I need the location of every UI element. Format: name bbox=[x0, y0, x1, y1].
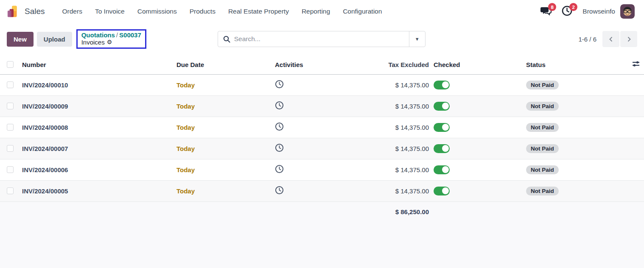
messages-button[interactable]: 8 bbox=[540, 5, 553, 18]
pager-next-button[interactable] bbox=[620, 31, 637, 47]
status-cell[interactable]: Not Paid bbox=[526, 117, 628, 138]
activity-clock-icon[interactable] bbox=[275, 165, 284, 173]
activity-cell[interactable] bbox=[270, 74, 326, 95]
activity-clock-icon[interactable] bbox=[275, 80, 284, 89]
amount-cell[interactable]: $ 14,375.00 bbox=[326, 180, 429, 201]
user-menu[interactable]: Browseinfo bbox=[582, 4, 635, 19]
header-number[interactable]: Number bbox=[17, 55, 171, 74]
checked-toggle[interactable] bbox=[434, 123, 450, 132]
invoice-number[interactable]: INV/2024/00008 bbox=[17, 117, 171, 138]
menu-real-estate-property[interactable]: Real Estate Property bbox=[222, 4, 295, 19]
activity-cell[interactable] bbox=[270, 117, 326, 138]
amount-cell[interactable]: $ 14,375.00 bbox=[326, 138, 429, 159]
activity-clock-icon[interactable] bbox=[275, 122, 284, 131]
menu-orders[interactable]: Orders bbox=[56, 4, 89, 19]
activity-clock-icon[interactable] bbox=[275, 101, 284, 110]
due-date[interactable]: Today bbox=[171, 117, 270, 138]
menu-reporting[interactable]: Reporting bbox=[295, 4, 336, 19]
invoice-number[interactable]: INV/2024/00007 bbox=[17, 138, 171, 159]
main-menu: Orders To Invoice Commissions Products R… bbox=[56, 4, 389, 19]
checked-cell[interactable] bbox=[429, 138, 526, 159]
menu-products[interactable]: Products bbox=[183, 4, 222, 19]
sales-app-icon bbox=[7, 5, 20, 18]
activity-clock-icon[interactable] bbox=[275, 143, 284, 152]
checked-cell[interactable] bbox=[429, 117, 526, 138]
gear-icon[interactable]: ⚙ bbox=[107, 39, 112, 46]
pager-previous-button[interactable] bbox=[602, 31, 619, 47]
checked-cell[interactable] bbox=[429, 74, 526, 95]
row-checkbox[interactable] bbox=[7, 103, 14, 109]
due-date[interactable]: Today bbox=[171, 138, 270, 159]
invoice-number[interactable]: INV/2024/00005 bbox=[17, 180, 171, 201]
search-dropdown-toggle[interactable]: ▼ bbox=[409, 31, 425, 47]
list-total-row: $ 86,250.00 bbox=[0, 201, 644, 222]
checked-cell[interactable] bbox=[429, 180, 526, 201]
menu-to-invoice[interactable]: To Invoice bbox=[89, 4, 131, 19]
menu-configuration[interactable]: Configuration bbox=[336, 4, 388, 19]
status-badge: Not Paid bbox=[526, 187, 559, 195]
activity-clock-icon[interactable] bbox=[275, 186, 284, 195]
due-date[interactable]: Today bbox=[171, 74, 270, 95]
due-date[interactable]: Today bbox=[171, 95, 270, 117]
invoice-row[interactable]: INV/2024/00009 Today $ 14,375.00 Not Pai… bbox=[0, 95, 644, 117]
invoice-row[interactable]: INV/2024/00007 Today $ 14,375.00 Not Pai… bbox=[0, 138, 644, 159]
menu-commissions[interactable]: Commissions bbox=[131, 4, 183, 19]
search-input[interactable] bbox=[234, 35, 404, 43]
status-cell[interactable]: Not Paid bbox=[526, 95, 628, 117]
header-tax-excluded[interactable]: Tax Excluded bbox=[326, 55, 429, 74]
header-activities[interactable]: Activities bbox=[270, 55, 326, 74]
activities-count-badge: 2 bbox=[569, 3, 577, 11]
select-all-checkbox[interactable] bbox=[7, 61, 14, 68]
checked-toggle[interactable] bbox=[434, 81, 450, 89]
due-date[interactable]: Today bbox=[171, 159, 270, 180]
invoice-number[interactable]: INV/2024/00006 bbox=[17, 159, 171, 180]
activity-cell[interactable] bbox=[270, 159, 326, 180]
checked-toggle[interactable] bbox=[434, 165, 450, 174]
activity-cell[interactable] bbox=[270, 95, 326, 117]
status-cell[interactable]: Not Paid bbox=[526, 180, 628, 201]
row-checkbox[interactable] bbox=[7, 81, 14, 88]
row-checkbox[interactable] bbox=[7, 145, 14, 152]
amount-cell[interactable]: $ 14,375.00 bbox=[326, 74, 429, 95]
status-cell[interactable]: Not Paid bbox=[526, 138, 628, 159]
total-tax-excluded: $ 86,250.00 bbox=[326, 201, 429, 222]
invoice-row[interactable]: INV/2024/00005 Today $ 14,375.00 Not Pai… bbox=[0, 180, 644, 201]
user-name: Browseinfo bbox=[582, 8, 615, 15]
row-checkbox[interactable] bbox=[7, 124, 14, 131]
activities-button[interactable]: 2 bbox=[561, 5, 574, 18]
invoice-number[interactable]: INV/2024/00010 bbox=[17, 74, 171, 95]
status-cell[interactable]: Not Paid bbox=[526, 74, 628, 95]
app-switcher[interactable]: Sales bbox=[7, 5, 45, 18]
checked-cell[interactable] bbox=[429, 95, 526, 117]
upload-button[interactable]: Upload bbox=[37, 32, 72, 47]
optional-columns-button[interactable] bbox=[628, 55, 644, 74]
header-status[interactable]: Status bbox=[526, 55, 628, 74]
invoice-number[interactable]: INV/2024/00009 bbox=[17, 95, 171, 117]
status-badge: Not Paid bbox=[526, 102, 559, 111]
breadcrumb-separator: / bbox=[115, 31, 119, 39]
breadcrumb-quotations-link[interactable]: Quotations bbox=[81, 31, 115, 39]
status-cell[interactable]: Not Paid bbox=[526, 159, 628, 180]
invoice-row[interactable]: INV/2024/00006 Today $ 14,375.00 Not Pai… bbox=[0, 159, 644, 180]
invoice-row[interactable]: INV/2024/00010 Today $ 14,375.00 Not Pai… bbox=[0, 74, 644, 95]
breadcrumb-s00037-link[interactable]: S00037 bbox=[119, 31, 141, 39]
new-button[interactable]: New bbox=[7, 32, 34, 47]
checked-cell[interactable] bbox=[429, 159, 526, 180]
header-due-date[interactable]: Due Date bbox=[171, 55, 270, 74]
checked-toggle[interactable] bbox=[434, 187, 450, 195]
checked-toggle[interactable] bbox=[434, 144, 450, 153]
due-date[interactable]: Today bbox=[171, 180, 270, 201]
activity-cell[interactable] bbox=[270, 138, 326, 159]
amount-cell[interactable]: $ 14,375.00 bbox=[326, 159, 429, 180]
status-badge: Not Paid bbox=[526, 123, 559, 132]
amount-cell[interactable]: $ 14,375.00 bbox=[326, 117, 429, 138]
header-checked[interactable]: Checked bbox=[429, 55, 526, 74]
invoice-rows: INV/2024/00010 Today $ 14,375.00 Not Pai… bbox=[0, 74, 644, 201]
amount-cell[interactable]: $ 14,375.00 bbox=[326, 95, 429, 117]
row-checkbox[interactable] bbox=[7, 166, 14, 173]
checked-toggle[interactable] bbox=[434, 102, 450, 111]
pager-range: 1-6 / 6 bbox=[578, 36, 596, 43]
row-checkbox[interactable] bbox=[7, 187, 14, 194]
activity-cell[interactable] bbox=[270, 180, 326, 201]
invoice-row[interactable]: INV/2024/00008 Today $ 14,375.00 Not Pai… bbox=[0, 117, 644, 138]
